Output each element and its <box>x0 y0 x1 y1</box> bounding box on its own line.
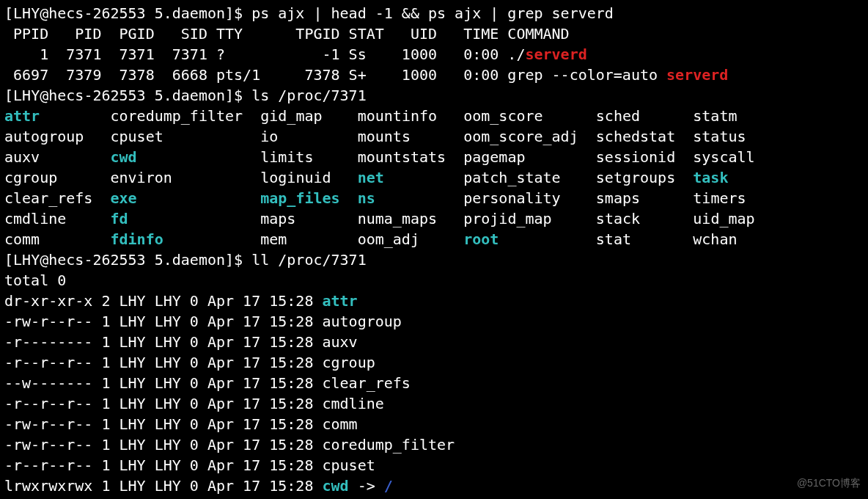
ls-pad <box>561 189 596 207</box>
ls-entry: autogroup <box>4 128 84 145</box>
terminal-line: -rw-r--r-- 1 LHY LHY 0 Apr 17 15:28 comm <box>4 414 864 434</box>
terminal-line: PPID PID PGID SID TTY TPGID STAT UID TIM… <box>4 23 864 44</box>
ls-pad <box>675 128 693 145</box>
ll-meta: -rw-r--r-- 1 LHY LHY 0 Apr 17 15:28 <box>4 415 322 433</box>
prompt-bracket: [ <box>4 4 13 22</box>
ls-pad <box>295 210 357 227</box>
ls-entry: ns <box>358 189 375 207</box>
ls-entry: cwd <box>111 148 137 166</box>
command-text[interactable]: ls /proc/7371 <box>251 87 367 104</box>
terminal-output[interactable]: [LHY@hecs-262553 5.daemon]$ ps ajx | hea… <box>0 0 868 496</box>
ls-entry: comm <box>4 230 40 248</box>
terminal-line: cmdline fd maps numa_maps projid_map sta… <box>4 208 864 229</box>
ls-pad <box>278 128 357 145</box>
ll-total: total 0 <box>4 272 66 289</box>
ls-pad <box>543 107 596 125</box>
terminal-line: lrwxrwxrwx 1 LHY LHY 0 Apr 17 15:28 cwd … <box>4 476 864 496</box>
ps-cmd-prefix: ./ <box>507 45 525 63</box>
ls-pad <box>40 107 110 125</box>
ls-entry: oom_adj <box>358 230 419 248</box>
ls-entry: attr <box>4 107 40 125</box>
ls-pad <box>384 169 463 186</box>
prompt-suffix: ]$ <box>225 251 251 269</box>
ll-name: cgroup <box>322 354 375 371</box>
ls-entry: mountinfo <box>358 107 437 125</box>
watermark: @51CTO博客 <box>797 473 861 493</box>
ls-pad <box>561 169 596 186</box>
ls-entry: statm <box>693 107 737 125</box>
ls-entry: schedstat <box>596 128 675 145</box>
ls-entry: syscall <box>693 148 754 166</box>
ll-target: / <box>384 477 393 495</box>
ls-pad <box>40 230 110 248</box>
ls-entry: cmdline <box>4 210 66 227</box>
prompt-suffix: ]$ <box>225 4 251 22</box>
ls-entry: cgroup <box>4 169 57 186</box>
terminal-line: 1 7371 7371 7371 ? -1 Ss 1000 0:00 ./ser… <box>4 44 864 65</box>
ll-name: autogroup <box>322 313 401 330</box>
terminal-line: 6697 7379 7378 6668 pts/1 7378 S+ 1000 0… <box>4 65 864 85</box>
terminal-line: [LHY@hecs-262553 5.daemon]$ ls /proc/737… <box>4 85 864 106</box>
terminal-line: dr-xr-xr-x 2 LHY LHY 0 Apr 17 15:28 attr <box>4 291 864 311</box>
ls-pad <box>499 230 595 248</box>
ls-pad <box>675 169 693 186</box>
ls-entry: status <box>693 128 746 145</box>
ls-entry: limits <box>260 148 313 166</box>
prompt-bracket: [ <box>4 87 13 104</box>
terminal-line: -rw-r--r-- 1 LHY LHY 0 Apr 17 15:28 core… <box>4 434 864 455</box>
ls-entry: maps <box>260 210 295 227</box>
ls-pad <box>411 128 463 145</box>
ls-entry: stat <box>596 230 631 248</box>
ls-entry: exe <box>111 189 137 207</box>
ls-pad <box>552 210 596 227</box>
ls-pad <box>331 169 358 186</box>
terminal-line: cgroup environ loginuid net patch_state … <box>4 167 864 188</box>
ll-name: attr <box>322 292 357 310</box>
ll-arrow: -> <box>349 477 384 495</box>
ll-name: coredump_filter <box>322 436 455 454</box>
ls-entry: map_files <box>260 189 339 207</box>
ls-pad <box>640 107 693 125</box>
ll-meta: -r--r--r-- 1 LHY LHY 0 Apr 17 15:28 <box>4 395 322 412</box>
command-text[interactable]: ps ajx | head -1 && ps ajx | grep server… <box>251 4 614 22</box>
ls-entry: patch_state <box>463 169 560 186</box>
ls-entry: fd <box>111 210 128 227</box>
terminal-line: -r--r--r-- 1 LHY LHY 0 Apr 17 15:28 cgro… <box>4 352 864 373</box>
ls-pad <box>446 148 463 166</box>
terminal-line: [LHY@hecs-262553 5.daemon]$ ll /proc/737… <box>4 249 864 270</box>
command-text[interactable]: ll /proc/7371 <box>251 251 367 269</box>
ls-pad <box>84 128 110 145</box>
ls-entry: clear_refs <box>4 189 92 207</box>
ll-name: auxv <box>322 333 357 351</box>
ls-pad <box>163 230 260 248</box>
ls-entry: mountstats <box>358 148 446 166</box>
ps-header: PPID PID PGID SID TTY TPGID STAT UID TIM… <box>4 25 570 43</box>
ls-entry: fdinfo <box>111 230 163 248</box>
ls-entry: personality <box>463 189 560 207</box>
ls-entry: projid_map <box>463 210 551 227</box>
terminal-line: -r-------- 1 LHY LHY 0 Apr 17 15:28 auxv <box>4 332 864 352</box>
ls-pad <box>578 128 596 145</box>
ls-pad <box>243 107 260 125</box>
terminal-line: [LHY@hecs-262553 5.daemon]$ ps ajx | hea… <box>4 3 864 23</box>
ls-pad <box>631 230 693 248</box>
ls-pad <box>287 230 357 248</box>
ls-entry: gid_map <box>260 107 322 125</box>
ls-entry: loginuid <box>260 169 331 186</box>
ls-entry: net <box>358 169 384 186</box>
terminal-line: --w------- 1 LHY LHY 0 Apr 17 15:28 clea… <box>4 373 864 393</box>
ls-entry: sessionid <box>596 148 675 166</box>
ls-pad <box>137 189 261 207</box>
ls-pad <box>313 148 357 166</box>
ls-entry: root <box>463 230 499 248</box>
ls-entry: pagemap <box>463 148 525 166</box>
ls-pad <box>437 210 463 227</box>
terminal-line: -r--r--r-- 1 LHY LHY 0 Apr 17 15:28 cmdl… <box>4 393 864 414</box>
ls-entry: cpuset <box>111 128 163 145</box>
terminal-line: autogroup cpuset io mounts oom_score_adj… <box>4 126 864 147</box>
ls-pad <box>525 148 595 166</box>
terminal-line: total 0 <box>4 270 864 291</box>
ll-meta: -r--r--r-- 1 LHY LHY 0 Apr 17 15:28 <box>4 354 322 371</box>
ls-pad <box>128 210 261 227</box>
terminal-line: auxv cwd limits mountstats pagemap sessi… <box>4 147 864 167</box>
